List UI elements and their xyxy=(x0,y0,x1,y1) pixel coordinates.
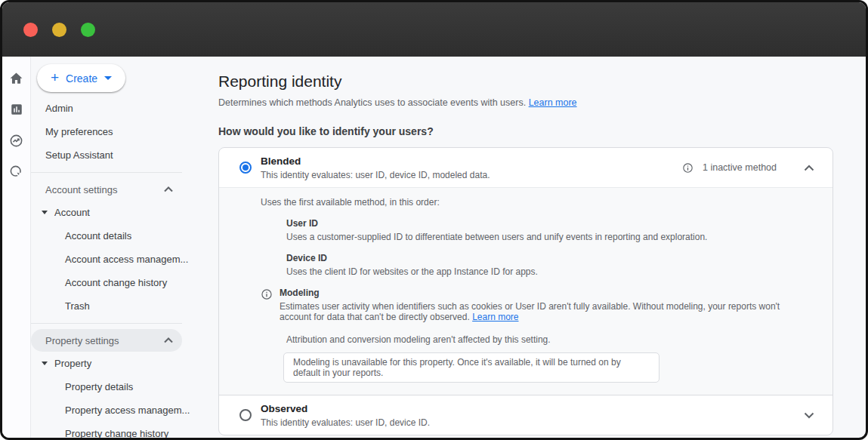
blended-option-right: 1 inactive method xyxy=(682,162,814,174)
blended-radio[interactable] xyxy=(239,162,252,174)
chevron-up-icon xyxy=(164,186,173,192)
method-modeling: Modeling Estimates user activity when id… xyxy=(261,288,814,322)
sidebar-item-account-access-management[interactable]: Account access managem... xyxy=(31,248,215,271)
method-description: Uses the client ID for websites or the a… xyxy=(286,266,814,277)
blended-option-description: This identity evaluates: user ID, device… xyxy=(261,170,490,180)
blended-option-header[interactable]: Blended This identity evaluates: user ID… xyxy=(219,148,832,187)
section-header-account-settings[interactable]: Account settings xyxy=(31,178,182,201)
nav-rail xyxy=(2,57,31,438)
admin-sidebar: + Create Admin My preferences Setup Assi… xyxy=(31,57,215,438)
expander-triangle-icon[interactable] xyxy=(42,362,48,365)
blended-option-label: Blended xyxy=(261,155,490,167)
expander-triangle-icon[interactable] xyxy=(42,211,48,214)
minimize-window-button[interactable] xyxy=(52,23,66,37)
sidebar-item-property-change-history[interactable]: Property change history xyxy=(31,422,215,440)
reporting-identity-card: Blended This identity evaluates: user ID… xyxy=(218,147,833,435)
section-header-label: Account settings xyxy=(45,184,117,195)
sidebar-item-my-preferences[interactable]: My preferences xyxy=(31,120,215,143)
sidebar-item-setup-assistant[interactable]: Setup Assistant xyxy=(31,143,215,167)
create-button-label: Create xyxy=(66,72,97,85)
section-header-label: Property settings xyxy=(45,335,119,346)
blended-option-text: Blended This identity evaluates: user ID… xyxy=(261,155,490,180)
learn-more-link[interactable]: Learn more xyxy=(529,97,577,108)
observed-option-description: This identity evaluates: user ID, device… xyxy=(261,417,430,428)
observed-radio[interactable] xyxy=(239,409,252,421)
modeling-status-box: Modeling is unavailable for this propert… xyxy=(283,352,659,383)
method-device-id: Device ID Uses the client ID for website… xyxy=(286,253,814,277)
info-icon[interactable] xyxy=(682,162,693,174)
inactive-method-badge: 1 inactive method xyxy=(703,162,777,173)
sidebar-item-account-change-history[interactable]: Account change history xyxy=(31,271,215,294)
sidebar-divider xyxy=(31,323,182,324)
sidebar-divider xyxy=(31,172,182,173)
sidebar-item-property-details[interactable]: Property details xyxy=(31,375,215,398)
learn-more-link[interactable]: Learn more xyxy=(472,312,518,322)
identify-users-question: How would you like to identify your user… xyxy=(218,125,833,137)
sidebar-item-trash[interactable]: Trash xyxy=(31,294,215,318)
window-titlebar xyxy=(2,2,866,57)
sidebar-item-property[interactable]: Property xyxy=(31,352,215,375)
sidebar-item-account-details[interactable]: Account details xyxy=(31,224,215,248)
section-header-property-settings[interactable]: Property settings xyxy=(31,329,182,352)
maximize-window-button[interactable] xyxy=(81,23,95,37)
reports-icon[interactable] xyxy=(9,102,24,117)
method-name: Device ID xyxy=(286,253,814,263)
modeling-description-text: Estimates user activity when identifiers… xyxy=(280,301,780,322)
page-title: Reporting identity xyxy=(218,72,833,91)
modeling-description: Estimates user activity when identifiers… xyxy=(280,301,808,322)
expand-chevron-down-icon[interactable] xyxy=(804,412,814,419)
observed-option-header[interactable]: Observed This identity evaluates: user I… xyxy=(219,395,832,435)
chevron-up-icon xyxy=(164,337,173,343)
explore-icon[interactable] xyxy=(9,133,24,148)
plus-icon: + xyxy=(51,70,59,85)
method-name: Modeling xyxy=(280,288,808,298)
sidebar-item-account[interactable]: Account xyxy=(31,201,215,224)
app-body: + Create Admin My preferences Setup Assi… xyxy=(2,57,866,438)
method-user-id: User ID Uses a customer-supplied ID to d… xyxy=(286,218,814,242)
advertising-icon[interactable] xyxy=(9,164,24,179)
info-icon xyxy=(261,288,273,300)
sidebar-item-label: Account xyxy=(54,207,90,218)
sidebar-item-admin[interactable]: Admin xyxy=(31,97,215,120)
method-name: User ID xyxy=(286,218,814,229)
collapse-chevron-up-icon[interactable] xyxy=(804,165,814,171)
methods-intro: Uses the first available method, in this… xyxy=(261,197,814,208)
blended-expanded-details: Uses the first available method, in this… xyxy=(219,187,832,395)
create-button[interactable]: + Create xyxy=(37,64,125,92)
app-window: + Create Admin My preferences Setup Assi… xyxy=(0,0,868,440)
attribution-note: Attribution and conversion modeling aren… xyxy=(286,334,814,345)
main-content: Reporting identity Determines which meth… xyxy=(215,57,866,438)
home-icon[interactable] xyxy=(9,71,24,86)
sidebar-item-property-access-management[interactable]: Property access managem... xyxy=(31,398,215,422)
sidebar-item-label: Property xyxy=(54,358,91,369)
page-subtitle: Determines which methods Analytics uses … xyxy=(218,97,833,108)
modeling-text: Modeling Estimates user activity when id… xyxy=(280,288,808,322)
close-window-button[interactable] xyxy=(23,23,38,37)
observed-option-text: Observed This identity evaluates: user I… xyxy=(261,403,430,428)
page-subtitle-text: Determines which methods Analytics uses … xyxy=(218,97,526,108)
observed-option-right xyxy=(804,412,814,419)
chevron-down-icon xyxy=(104,76,112,80)
observed-option-label: Observed xyxy=(261,403,430,414)
method-description: Uses a customer-supplied ID to different… xyxy=(286,232,814,242)
